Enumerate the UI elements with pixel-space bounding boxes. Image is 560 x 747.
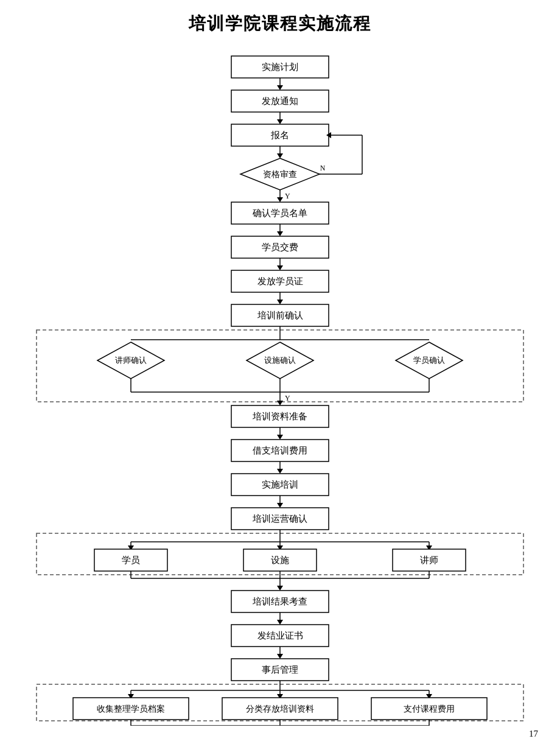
svg-marker-15 — [277, 197, 283, 202]
page: 培训学院课程实施流程 实施计划 发放通知 报名 — [0, 0, 560, 747]
svg-marker-2 — [277, 85, 283, 90]
page-title: 培训学院课程实施流程 — [24, 12, 536, 35]
svg-marker-5 — [277, 119, 283, 124]
step12-label: 培训运营确认 — [252, 514, 307, 524]
y-label-1: Y — [285, 192, 290, 200]
svg-marker-41 — [277, 435, 283, 440]
group3-right-label: 支付课程费用 — [404, 704, 455, 714]
svg-marker-70 — [277, 620, 283, 625]
step6-label: 学员交费 — [262, 242, 298, 252]
group3-left-label: 收集整理学员档案 — [97, 704, 165, 714]
step13-label: 培训结果考查 — [252, 597, 307, 606]
step9-label: 培训资料准备 — [252, 412, 307, 421]
step4-label: 资格审查 — [263, 170, 297, 179]
svg-marker-47 — [277, 503, 283, 508]
step14-label: 发结业证书 — [257, 631, 303, 640]
group2-center-label: 设施 — [271, 555, 289, 565]
left-diamond-label: 讲师确认 — [115, 356, 147, 365]
step15-label: 事后管理 — [262, 665, 298, 675]
group2-left-label: 学员 — [122, 555, 140, 565]
step7-label: 发放学员证 — [257, 276, 303, 286]
n-label: N — [320, 164, 326, 172]
svg-marker-8 — [277, 153, 283, 158]
y-label-2: Y — [285, 394, 290, 402]
group3-center-label: 分类存放培训资料 — [246, 704, 314, 714]
step1-label: 实施计划 — [262, 62, 298, 72]
step10-label: 借支培训费用 — [253, 446, 307, 455]
step5-label: 确认学员名单 — [252, 208, 307, 218]
step11-label: 实施培训 — [262, 480, 298, 489]
page-number: 17 — [529, 729, 538, 739]
svg-marker-38 — [277, 401, 283, 405]
svg-marker-44 — [277, 469, 283, 474]
step2-label: 发放通知 — [262, 96, 298, 106]
svg-marker-67 — [277, 586, 283, 591]
right-diamond-label: 学员确认 — [413, 356, 445, 365]
svg-marker-18 — [277, 231, 283, 236]
step8-label: 培训前确认 — [257, 310, 303, 320]
flowchart-svg: 实施计划 发放通知 报名 资格审查 — [24, 50, 536, 726]
flowchart: 实施计划 发放通知 报名 资格审查 — [24, 50, 536, 726]
svg-marker-24 — [277, 300, 283, 304]
svg-marker-73 — [277, 654, 283, 659]
svg-marker-21 — [277, 265, 283, 270]
step3-label: 报名 — [270, 130, 289, 140]
group2-right-label: 讲师 — [420, 555, 438, 565]
center-diamond-label: 设施确认 — [264, 356, 296, 365]
